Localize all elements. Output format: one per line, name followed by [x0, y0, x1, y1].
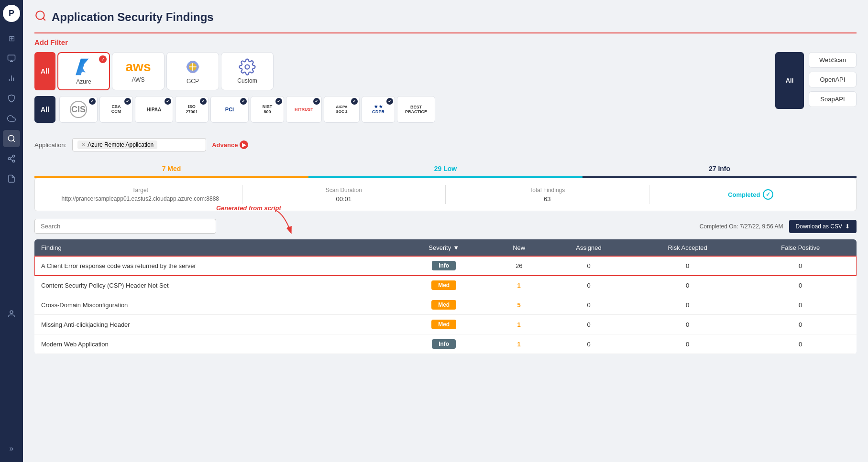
- scan-type-all-label: All: [786, 73, 794, 88]
- sidebar-item-chart[interactable]: [3, 70, 20, 87]
- provider-filter-row: All ✓ Azure aws: [34, 52, 767, 90]
- scan-type-openapi[interactable]: OpenAPI: [809, 72, 857, 87]
- sidebar-item-dashboard[interactable]: ⊞: [3, 30, 20, 47]
- security-icon: [34, 10, 47, 25]
- nist-label: NIST800: [263, 104, 273, 115]
- custom-label: Custom: [237, 77, 257, 84]
- azure-label: Azure: [76, 78, 91, 85]
- gcp-label: GCP: [187, 78, 199, 85]
- framework-all-button[interactable]: All: [34, 96, 55, 123]
- soc2-label: AICPASOC 2: [336, 105, 347, 114]
- sidebar-item-integration[interactable]: [3, 150, 20, 167]
- provider-all-button[interactable]: All: [34, 52, 55, 90]
- download-csv-button[interactable]: Download as CSV ⬇: [789, 220, 857, 233]
- table-toolbar: Generated from script Completed On: 7/27…: [34, 219, 857, 234]
- severity-badge-1: Med: [431, 280, 456, 290]
- col-severity: Severity ▼: [396, 239, 491, 256]
- severity-badge-0: Info: [432, 261, 456, 270]
- framework-card-hitrust[interactable]: ✓ HITRUST: [286, 96, 322, 123]
- azure-check-badge: ✓: [99, 55, 107, 63]
- table-row[interactable]: Content Security Policy (CSP) Header Not…: [34, 276, 857, 295]
- nist-check: ✓: [275, 98, 282, 105]
- cell-assigned-3: 0: [547, 315, 630, 334]
- completed-on-text: Completed On: 7/27/22, 9:56 AM: [700, 223, 783, 230]
- scan-type-webscan[interactable]: WebScan: [809, 52, 857, 68]
- severity-sort-icon[interactable]: ▼: [453, 244, 459, 251]
- framework-card-gdpr[interactable]: ✓ ★ ★GDPR: [362, 96, 395, 123]
- cell-new-2: 5: [491, 295, 547, 315]
- table-row[interactable]: Cross-Domain Misconfiguration Med 5 0 0 …: [34, 295, 857, 315]
- csa-check: ✓: [124, 98, 131, 105]
- azure-icon: [74, 57, 93, 76]
- best-label: BESTPRACTICE: [405, 105, 427, 114]
- aws-label: AWS: [132, 76, 145, 83]
- cell-severity-1: Med: [396, 276, 491, 295]
- toolbar-right: Completed On: 7/27/22, 9:56 AM Download …: [700, 220, 857, 233]
- framework-card-cis[interactable]: ✓ CIS: [59, 96, 98, 123]
- content-area: Application Security Findings Add Filter…: [23, 0, 868, 462]
- scan-type-all-panel[interactable]: All: [775, 52, 804, 109]
- cell-risk-accepted-0: 0: [631, 256, 745, 276]
- gcp-icon: [184, 58, 202, 76]
- tab-info[interactable]: 27 Info: [582, 161, 857, 178]
- table-row[interactable]: Missing Anti-clickjacking Header Med 1 0…: [34, 315, 857, 334]
- sidebar-item-shield[interactable]: [3, 90, 20, 107]
- iso-label: ISO27001: [186, 104, 198, 115]
- scan-type-soapapi[interactable]: SoapAPI: [809, 91, 857, 107]
- app-filter-input[interactable]: ✕ Azure Remote Application: [72, 138, 206, 151]
- framework-card-hipaa[interactable]: ✓ HIPAA: [135, 96, 173, 123]
- cell-assigned-1: 0: [547, 276, 630, 295]
- csa-label: CSACCM: [111, 105, 121, 114]
- sidebar-item-monitor[interactable]: [3, 50, 20, 67]
- scan-divider-2: [445, 185, 446, 204]
- cell-finding-3: Missing Anti-clickjacking Header: [34, 315, 396, 334]
- cell-new-1: 1: [491, 276, 547, 295]
- svg-line-15: [43, 18, 45, 21]
- provider-card-azure[interactable]: ✓ Azure: [57, 52, 110, 90]
- table-header: Finding Severity ▼ New Assigned Risk Acc…: [34, 239, 857, 256]
- sidebar-item-cloud[interactable]: [3, 110, 20, 127]
- framework-card-csa[interactable]: ✓ CSACCM: [99, 96, 133, 123]
- cell-finding-1: Content Security Policy (CSP) Header Not…: [34, 276, 396, 295]
- svg-point-6: [8, 135, 14, 141]
- soc2-check: ✓: [351, 98, 358, 105]
- findings-table: Finding Severity ▼ New Assigned Risk Acc…: [34, 239, 857, 354]
- svg-line-11: [10, 159, 12, 161]
- cell-assigned-2: 0: [547, 295, 630, 315]
- app-filter-tag: ✕ Azure Remote Application: [77, 140, 157, 149]
- framework-card-iso[interactable]: ✓ ISO27001: [175, 96, 209, 123]
- sidebar-item-report[interactable]: [3, 170, 20, 187]
- provider-card-custom[interactable]: Custom: [221, 52, 274, 90]
- pci-check: ✓: [240, 98, 247, 105]
- cell-finding-0: A Client Error response code was returne…: [34, 256, 396, 276]
- cell-false-positive-1: 0: [744, 276, 857, 295]
- framework-card-nist[interactable]: ✓ NIST800: [251, 96, 284, 123]
- svg-rect-0: [8, 55, 15, 60]
- framework-card-soc2[interactable]: ✓ AICPASOC 2: [324, 96, 360, 123]
- cell-severity-4: Info: [396, 334, 491, 354]
- main-content: Application Security Findings Add Filter…: [23, 0, 868, 462]
- cell-risk-accepted-4: 0: [631, 334, 745, 354]
- framework-card-pci[interactable]: ✓ PCI: [210, 96, 249, 123]
- severity-badge-4: Info: [432, 339, 456, 349]
- tag-remove-icon[interactable]: ✕: [81, 142, 86, 148]
- table-row[interactable]: Modern Web Application Info 1 0 0 0: [34, 334, 857, 354]
- cis-label: CIS: [70, 101, 87, 118]
- svg-point-17: [245, 65, 250, 69]
- provider-card-aws[interactable]: aws AWS: [112, 52, 165, 90]
- provider-card-gcp[interactable]: GCP: [166, 52, 219, 90]
- cell-new-4: 1: [491, 334, 547, 354]
- sidebar-item-user[interactable]: [3, 305, 20, 322]
- search-input[interactable]: [34, 219, 216, 234]
- filter-cards-and-panel: All ✓ Azure aws: [34, 52, 857, 130]
- expand-sidebar-button[interactable]: »: [3, 440, 20, 457]
- cell-risk-accepted-1: 0: [631, 276, 745, 295]
- framework-filter-row: All ✓ CIS ✓ CSACCM ✓ HIPAA: [34, 96, 767, 123]
- framework-card-best[interactable]: BESTPRACTICE: [397, 96, 435, 123]
- tab-low[interactable]: 29 Low: [308, 161, 582, 178]
- table-row[interactable]: A Client Error response code was returne…: [34, 256, 857, 276]
- advance-button[interactable]: Advance ▶: [212, 140, 248, 149]
- sidebar-logo[interactable]: P: [3, 5, 20, 22]
- tab-med[interactable]: 7 Med: [34, 161, 308, 178]
- sidebar-item-search[interactable]: [3, 130, 20, 147]
